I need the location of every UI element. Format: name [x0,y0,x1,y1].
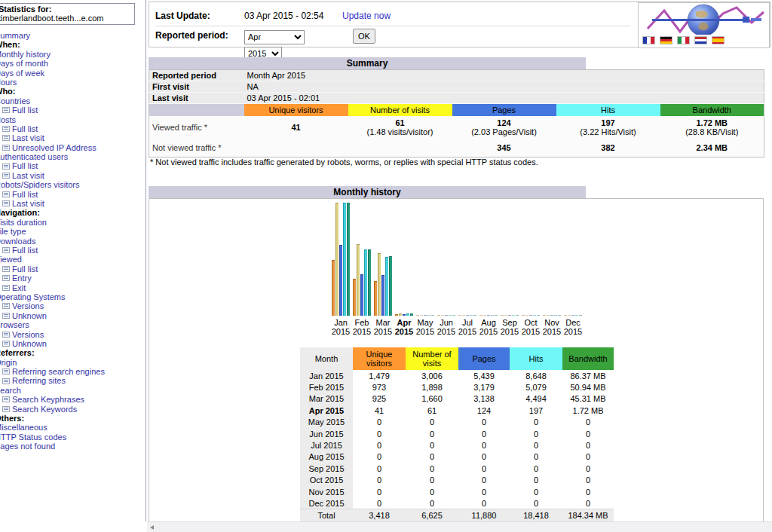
sidebar-link-miscellaneous[interactable]: Miscellaneous [0,423,47,432]
sidebar-link-entry[interactable]: Entry [12,274,32,283]
sidebar-link-http-status-codes[interactable]: HTTP Status codes [0,433,66,442]
monthly-cell: 0 [458,439,510,451]
sidebar-link-unresolved-ip-address[interactable]: Unresolved IP Address [12,143,96,152]
month-select[interactable]: Apr [244,30,305,44]
sidebar-link-pages-not-found[interactable]: Pages not found [0,442,55,451]
bar-bandwidth-mb [410,313,413,316]
sidebar-link-origin[interactable]: Origin [0,358,17,367]
scroll-left-arrow-icon[interactable] [150,525,154,530]
sidebar-item-search-keywords: Search Keywords [2,405,146,414]
sidebar-link-robots-spiders-visitors[interactable]: Robots/Spiders visitors [0,180,80,189]
bar-number-of-visits [399,313,402,316]
update-now-link[interactable]: Update now [342,6,391,26]
sidebar-link-visits-duration[interactable]: Visits duration [0,218,47,227]
monthly-cell: Jul 2015 [300,439,353,451]
monthly-cell: 0 [353,463,406,474]
monthly-row-apr-2015: Apr 201541611241971.72 MB [300,405,614,416]
column-header-pages: Pages [452,104,556,116]
bar-unique-visitors [501,315,504,316]
list-icon [2,145,10,151]
sidebar-link-referring-sites[interactable]: Referring sites [12,376,66,385]
sidebar-link-browsers[interactable]: Browsers [0,320,29,329]
sidebar-item-days-of-week: Days of week [0,69,146,78]
list-icon [2,285,10,291]
bar-number-of-visits [568,315,571,316]
monthly-row-mar-2015: Mar 20159251,6603,1384,49445.31 MB [300,393,614,405]
statistics-for-box: Statistics for: timberlandboot.teeth...e… [0,3,135,25]
monthly-cell: Aug 2015 [300,451,353,463]
sidebar-link-monthly-history[interactable]: Monthly history [0,50,51,59]
bar-number-of-visits [420,315,423,316]
bar-hits [343,203,346,316]
sidebar-link-viewed[interactable]: Viewed [0,255,22,264]
total-cell: 6,625 [406,509,458,521]
sidebar-link-exit[interactable]: Exit [12,283,26,292]
sidebar-link-search-keyphrases[interactable]: Search Keyphrases [12,395,84,404]
sidebar-link-countries[interactable]: Countries [0,96,30,105]
bar-unique-visitors [458,315,461,316]
sidebar-link-last-visit[interactable]: Last visit [12,199,44,208]
sidebar-link-authenticated-users[interactable]: Authenticated users [0,152,68,161]
monthly-cell: May 2015 [300,417,353,428]
sidebar-link-hours[interactable]: Hours [0,78,17,87]
sidebar-link-versions[interactable]: Versions [12,330,44,339]
sidebar-link-full-list[interactable]: Full list [12,190,38,199]
monthly-history-title: Monthly history [149,186,586,198]
chart-month-group-sep-2015: Sep2015 [499,203,520,336]
chart-month-label: Jan2015 [330,318,351,336]
sidebar-link-unknown[interactable]: Unknown [12,339,47,348]
chart-bars [415,203,436,316]
monthly-cell: 5,079 [510,381,562,393]
monthly-cell: Feb 2015 [300,381,353,393]
sidebar-item-file-type: File type [0,227,146,236]
sidebar-link-full-list[interactable]: Full list [12,105,38,115]
sidebar-link-downloads[interactable]: Downloads [0,237,35,246]
sidebar-link-summary[interactable]: Summary [0,31,30,40]
traffic-value-cell [348,139,452,157]
sidebar-link-full-list[interactable]: Full list [12,124,38,133]
flag-france-icon[interactable] [642,36,655,44]
bar-number-of-visits [525,315,528,316]
sidebar-link-unknown[interactable]: Unknown [12,311,47,320]
list-icon [2,164,10,170]
sidebar-link-file-type[interactable]: File type [0,227,26,236]
traffic-value-cell: 197(3.22 Hits/Visit) [556,116,660,139]
sidebar-link-last-visit[interactable]: Last visit [12,171,44,180]
awstats-logo [638,2,770,48]
bar-bandwidth-mb [389,256,392,316]
horizontal-scrollbar[interactable] [147,521,772,532]
sidebar-link-referring-search-engines[interactable]: Referring search engines [12,367,105,376]
flag-netherlands-icon[interactable] [694,36,707,44]
bar-bandwidth-mb [473,315,476,316]
sidebar-item-unknown: Unknown [2,339,146,348]
sidebar-item-hours: Hours [0,78,146,87]
monthly-row-feb-2015: Feb 20159731,8983,1795,07950.94 MB [300,381,614,393]
total-cell: 184.34 MB [562,509,614,521]
sidebar-link-versions[interactable]: Versions [12,301,44,310]
sidebar-link-full-list[interactable]: Full list [12,264,38,274]
monthly-cell: Sep 2015 [300,463,353,474]
sidebar-link-search-keywords[interactable]: Search Keywords [12,405,77,414]
flag-spain-icon[interactable] [712,36,725,44]
sidebar-link-full-list[interactable]: Full list [12,161,38,170]
sidebar-link-last-visit[interactable]: Last visit [12,133,44,142]
sidebar-link-full-list[interactable]: Full list [12,246,38,255]
bar-pages [403,314,406,316]
monthly-cell: 0 [406,428,458,439]
sidebar-link-days-of-month[interactable]: Days of month [0,59,48,68]
sidebar-item-last-visit: Last visit [2,171,146,180]
bar-unique-visitors [374,281,377,316]
monthly-cell: 0 [510,417,562,428]
chart-bars [394,203,415,316]
sidebar-item-operating-systems: Operating Systems [0,292,146,301]
sidebar-link-days-of-week[interactable]: Days of week [0,69,44,78]
bar-bandwidth-mb [516,315,519,316]
monthly-cell: 0 [458,497,510,509]
sidebar-link-operating-systems[interactable]: Operating Systems [0,292,66,301]
flag-germany-icon[interactable] [660,36,672,44]
sidebar-link-hosts[interactable]: Hosts [0,115,16,124]
flag-italy-icon[interactable] [677,36,690,44]
sidebar-link-search[interactable]: Search [0,386,21,395]
ok-button[interactable]: OK [353,29,375,44]
monthly-cell: 0 [562,463,614,474]
